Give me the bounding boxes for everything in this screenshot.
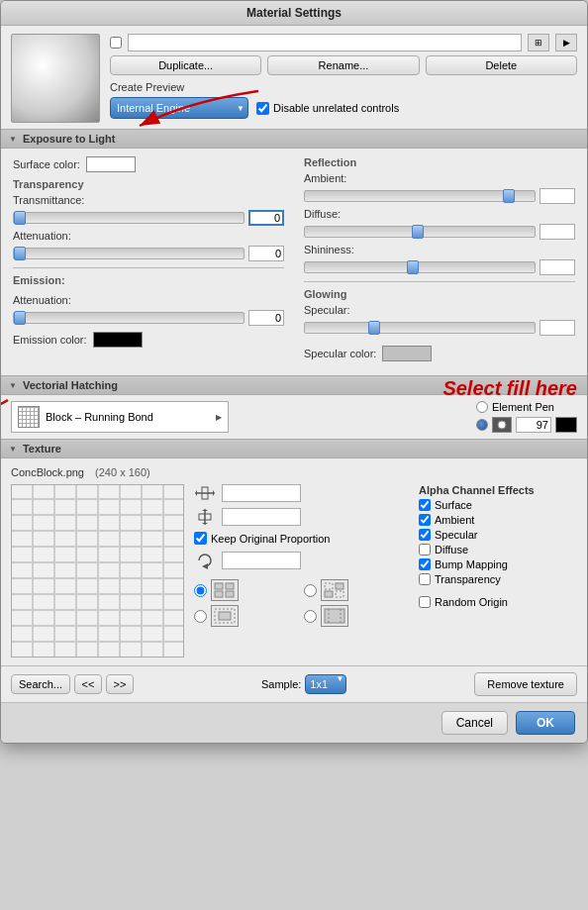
specular-color-label: Specular color: [304,348,376,359]
texture-main-area: 1200.0 800.0 [11,484,577,657]
tile-radio-2[interactable] [304,584,317,597]
pen-color-swatch[interactable] [555,417,577,433]
tex-width-row: 1200.0 [194,484,409,502]
create-preview-label: Create Preview [110,81,577,93]
custom-pen-radio[interactable] [476,419,488,431]
diffuse-slider-row: 49 [304,224,575,240]
cancel-button[interactable]: Cancel [441,711,508,735]
random-origin-label: Random Origin [435,596,508,608]
engine-select[interactable]: Internal Engine [110,97,248,119]
exposure-body: Surface color: Transparency Transmittanc… [1,149,587,375]
titlebar: Material Settings [1,1,587,26]
disable-unrelated-text: Disable unrelated controls [273,102,399,114]
random-origin-container: Random Origin [419,596,577,608]
attenuation-label-row: Attenuation: [13,230,284,242]
sample-select[interactable]: 1x1 [305,674,346,694]
pen-svg [496,419,508,431]
exposure-triangle: ▼ [9,135,17,144]
ambient-slider[interactable] [304,190,536,202]
specular-input[interactable]: 29 [539,320,575,336]
transmittance-slider[interactable] [13,212,245,224]
emission-attenuation-slider[interactable] [13,312,245,324]
specular-slider[interactable] [304,322,536,334]
emission-attenuation-slider-row: 0 [13,310,284,326]
diffuse-label: Diffuse: [304,208,383,220]
svg-rect-12 [215,583,223,589]
emission-color-swatch[interactable] [93,332,143,348]
transmittance-label: Transmittance: [13,194,92,206]
delete-button[interactable]: Delete [426,55,577,75]
search-nav-group: Search... << >> [11,674,134,694]
texture-body: ConcBlock.png (240 x 160) [1,458,587,665]
svg-rect-17 [336,583,343,589]
search-button[interactable]: Search... [11,674,70,694]
tex-rotation-input[interactable]: 0° 0' 0" [222,552,301,569]
hatching-body: Block – Running Bond ▶ Element Pen 97 [1,395,587,439]
keep-original-row: Keep Original Proportion [194,532,409,546]
alpha-transparency-label: Transparency [435,573,501,585]
diffuse-input[interactable]: 49 [539,224,575,240]
material-checkbox[interactable] [110,37,122,49]
tex-width-input[interactable]: 1200.0 [222,484,301,502]
tile-radio-4[interactable] [304,610,317,623]
texture-dimensions: (240 x 160) [95,466,150,478]
emission-attenuation-label: Attenuation: [13,294,92,306]
tile-icon-2[interactable] [321,579,348,601]
surface-color-swatch[interactable] [86,156,136,172]
transmittance-input[interactable]: 0 [248,210,284,226]
hatch-pattern-selector[interactable]: Block – Running Bond ▶ [11,401,229,433]
window-title: Material Settings [246,6,342,20]
hatch-dropdown-arrow: ▶ [216,413,222,422]
height-icon [194,508,216,526]
svg-rect-15 [226,591,234,597]
attenuation-slider[interactable] [13,248,245,259]
shininess-slider[interactable] [304,261,536,273]
tex-height-input[interactable]: 800.0 [222,508,301,526]
alpha-bump-checkbox[interactable] [419,558,431,570]
tile-icon-1[interactable] [211,579,239,601]
transparency-label: Transparency [13,178,284,190]
next-button[interactable]: >> [106,674,134,694]
rename-button[interactable]: Rename... [267,55,419,75]
action-buttons-row: Duplicate... Rename... Delete [110,55,577,75]
prev-button[interactable]: << [74,674,102,694]
tile-opt-2 [304,579,410,601]
pen-value-input[interactable]: 97 [516,417,551,433]
tile-radio-1[interactable] [194,584,207,597]
svg-marker-4 [195,490,197,496]
svg-rect-16 [325,583,333,589]
random-origin-row: Random Origin [419,596,577,608]
transmittance-row: Transmittance: [13,194,284,206]
disable-unrelated-checkbox[interactable] [256,102,269,115]
tile-radio-3[interactable] [194,610,207,623]
tile-icon-4[interactable] [321,605,348,627]
alpha-transparency-checkbox[interactable] [419,573,431,585]
tile-icon-3[interactable] [211,605,239,627]
emission-label: Emission: [13,274,65,286]
texture-title: Texture [23,443,61,455]
emission-attenuation-input[interactable]: 0 [248,310,284,326]
texture-section-header: ▼ Texture [1,439,587,458]
specular-color-swatch[interactable] [382,346,432,361]
keep-original-checkbox[interactable] [194,532,207,545]
remove-texture-button[interactable]: Remove texture [474,672,577,696]
grid-icon-btn[interactable]: ⊞ [528,34,549,51]
diffuse-slider[interactable] [304,226,536,238]
ambient-input[interactable]: 91 [539,188,575,204]
material-name-input[interactable]: Block – Running bond [128,34,522,51]
glowing-label: Glowing [304,288,575,300]
arrow-icon-btn[interactable]: ▶ [555,34,577,51]
element-pen-radio[interactable] [476,401,488,413]
alpha-ambient-checkbox[interactable] [419,514,431,526]
disable-unrelated-label[interactable]: Disable unrelated controls [256,102,399,115]
random-origin-checkbox[interactable] [419,596,431,608]
shininess-input[interactable]: 47 [539,259,575,275]
tex-height-row: 800.0 [194,508,409,526]
attenuation-input[interactable]: 0 [248,246,284,261]
duplicate-button[interactable]: Duplicate... [110,55,261,75]
surface-color-label: Surface color: [13,158,80,170]
alpha-diffuse-checkbox[interactable] [419,544,431,556]
alpha-specular-checkbox[interactable] [419,529,431,541]
alpha-surface-checkbox[interactable] [419,499,431,511]
ok-button[interactable]: OK [516,711,575,735]
